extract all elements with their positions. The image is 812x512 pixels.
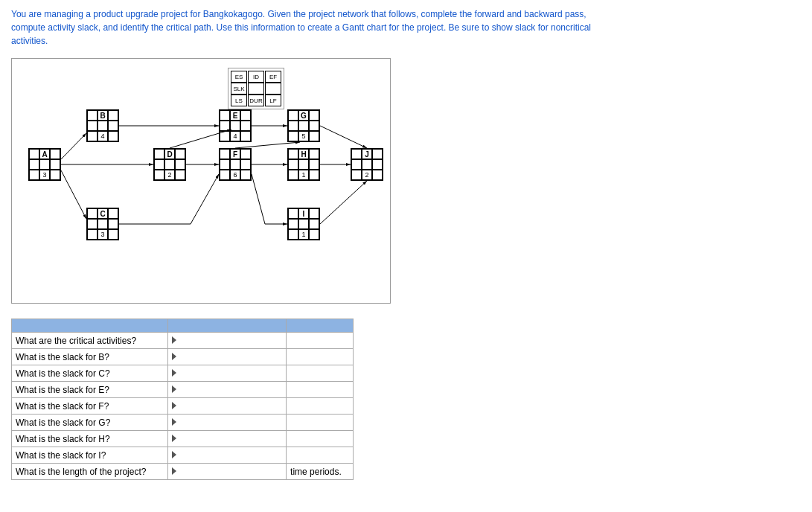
intro-text: You are managing a product upgrade proje… [11,7,592,48]
answer-g[interactable] [167,415,287,431]
node-D: D 2 [153,148,186,181]
extra-length: time periods. [287,464,354,480]
header-col2 [167,319,287,333]
legend-dur: DUR [248,95,264,106]
header-col1 [12,319,168,333]
table-row: What is the slack for F? [12,398,354,415]
answer-b[interactable] [167,349,287,365]
legend-slk2 [248,83,264,95]
question-e: What is the slack for E? [12,382,168,398]
extra-f [287,398,354,415]
table-row: What is the slack for G? [12,415,354,431]
node-C: C 3 [86,208,119,240]
table-row: What is the slack for H? [12,431,354,447]
qa-table: What are the critical activities? What i… [11,319,354,480]
extra-b [287,349,354,365]
svg-line-1 [61,133,86,159]
legend-slk: SLK [231,83,247,95]
answer-h[interactable] [167,431,287,447]
svg-line-3 [61,170,86,219]
node-H: H 1 [287,148,320,181]
node-J: J 2 [351,148,383,181]
network-diagram: ES ID EF SLK LS DUR LF A 3 B [11,58,391,304]
svg-line-12 [252,174,265,224]
node-E: E 4 [219,109,252,142]
legend-ef: EF [265,71,281,83]
svg-line-8 [191,174,219,224]
table-row: What is the slack for C? [12,365,354,382]
legend-id: ID [248,71,264,83]
answer-c[interactable] [167,365,287,382]
legend: ES ID EF SLK LS DUR LF [228,68,284,109]
svg-line-14 [320,126,367,148]
legend-ls: LS [231,95,247,106]
table-header-row [12,319,354,333]
table-row: What is the slack for B? [12,349,354,365]
extra-h [287,431,354,447]
question-f: What is the slack for F? [12,398,168,415]
question-g: What is the slack for G? [12,415,168,431]
answer-i[interactable] [167,447,287,464]
node-A: A 3 [28,148,61,181]
answer-e[interactable] [167,382,287,398]
question-c: What is the slack for C? [12,365,168,382]
node-F: F 6 [219,148,252,181]
node-B: B 4 [86,109,119,142]
legend-slk3 [265,83,281,95]
question-i: What is the slack for I? [12,447,168,464]
answer-f[interactable] [167,398,287,415]
table-row: What is the length of the project? time … [12,464,354,480]
question-critical: What are the critical activities? [12,333,168,349]
svg-line-10 [235,142,300,148]
svg-line-16 [320,181,367,224]
node-G: G 5 [287,109,320,142]
question-h: What is the slack for H? [12,431,168,447]
header-col3 [287,319,354,333]
extra-g [287,415,354,431]
answer-critical[interactable] [167,333,287,349]
node-I: I 1 [287,208,320,240]
arrows-svg [12,59,390,303]
legend-lf: LF [265,95,281,106]
question-length: What is the length of the project? [12,464,168,480]
table-row: What is the slack for I? [12,447,354,464]
extra-i [287,447,354,464]
extra-c [287,365,354,382]
table-row: What are the critical activities? [12,333,354,349]
extra-critical [287,333,354,349]
legend-es: ES [231,71,247,83]
table-row: What is the slack for E? [12,382,354,398]
answer-length[interactable] [167,464,287,480]
extra-e [287,382,354,398]
question-b: What is the slack for B? [12,349,168,365]
